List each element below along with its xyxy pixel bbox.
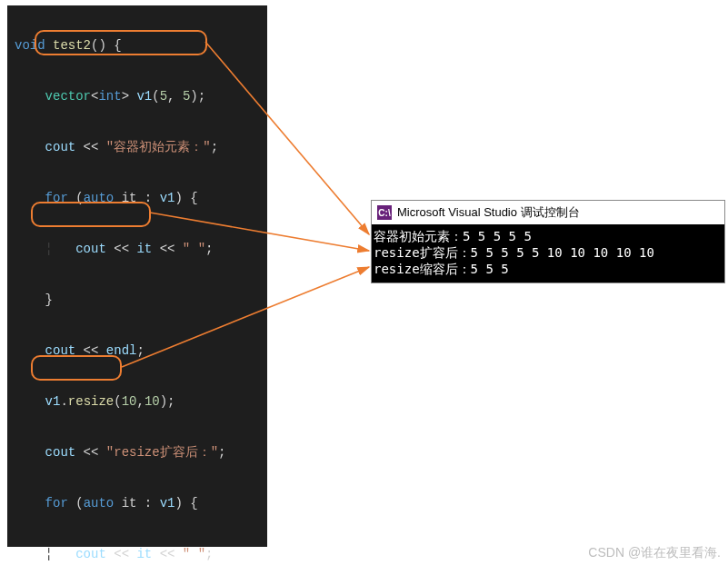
debug-console: C:\ Microsoft Visual Studio 调试控制台 容器初始元素… xyxy=(371,200,725,283)
console-output: 容器初始元素：5 5 5 5 5 resize扩容后：5 5 5 5 5 10 … xyxy=(372,224,724,282)
code-line: for (auto it : v1) { xyxy=(11,491,267,516)
code-line: void test2() { xyxy=(11,33,267,58)
code-line: cout << "容器初始元素："; xyxy=(11,134,267,160)
code-line: ¦ cout << it << " "; xyxy=(11,236,267,262)
code-line: v1.resize(10,10); xyxy=(11,389,267,414)
code-line: } xyxy=(11,287,267,312)
vs-icon: C:\ xyxy=(377,205,392,220)
console-titlebar: C:\ Microsoft Visual Studio 调试控制台 xyxy=(372,201,724,224)
code-line: ¦ cout << it << " "; xyxy=(11,541,267,565)
console-title-text: Microsoft Visual Studio 调试控制台 xyxy=(397,204,580,221)
code-line: for (auto it : v1) { xyxy=(11,185,267,211)
code-line: cout << endl; xyxy=(11,338,267,363)
watermark: CSDN @谁在夜里看海. xyxy=(588,545,721,561)
code-editor: void test2() { vector<int> v1(5, 5); cou… xyxy=(7,5,267,547)
code-line: vector<int> v1(5, 5); xyxy=(11,84,267,109)
code-line: cout << "resize扩容后："; xyxy=(11,440,267,465)
